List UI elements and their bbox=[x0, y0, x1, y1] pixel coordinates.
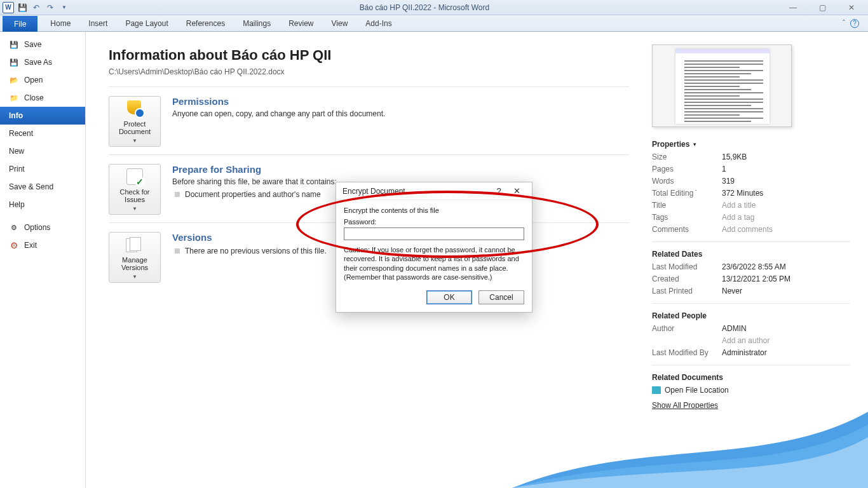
prop-row-edit-time: Total Editing Time372 Minutes bbox=[652, 189, 850, 198]
related-documents-header: Related Documents bbox=[652, 373, 850, 382]
prop-row-created: Created13/12/2021 2:05 PM bbox=[652, 274, 850, 283]
sidebar-item-label: Recent bbox=[9, 129, 33, 138]
quick-access-toolbar: W 💾 ↶ ↷ ▼ bbox=[3, 2, 70, 13]
sidebar-item-label: Close bbox=[24, 93, 44, 102]
show-all-properties-link[interactable]: Show All Properties bbox=[652, 401, 850, 410]
sidebar-item-save-send[interactable]: Save & Send bbox=[0, 178, 85, 196]
bullet-item: Document properties and author's name bbox=[172, 190, 337, 199]
section-body: Permissions Anyone can open, copy, and c… bbox=[172, 96, 385, 147]
sidebar-item-open[interactable]: 📂Open bbox=[0, 71, 85, 89]
minimize-ribbon-icon[interactable]: ˆ bbox=[843, 19, 845, 28]
prop-row-title[interactable]: TitleAdd a title bbox=[652, 201, 850, 210]
redo-icon[interactable]: ↷ bbox=[44, 2, 56, 13]
tab-page-layout[interactable]: Page Layout bbox=[116, 15, 177, 31]
related-people-header: Related People bbox=[652, 311, 850, 320]
document-path: C:\Users\Admin\Desktop\Báo cáo HP QII.20… bbox=[109, 67, 629, 76]
section-body: Versions There are no previous versions … bbox=[172, 232, 327, 283]
sidebar-item-label: Print bbox=[9, 165, 25, 173]
tab-file[interactable]: File bbox=[3, 16, 37, 32]
word-logo-icon: W bbox=[3, 2, 14, 13]
prop-row-last-modified-by: Last Modified ByAdministrator bbox=[652, 348, 850, 357]
undo-icon[interactable]: ↶ bbox=[31, 2, 42, 13]
backstage-sidebar: 💾Save 💾Save As 📂Open 📁Close Info Recent … bbox=[0, 32, 86, 488]
dialog-titlebar: Encrypt Document ? ✕ bbox=[336, 182, 532, 200]
sidebar-item-label: Options bbox=[24, 223, 50, 232]
dialog-caution-text: Caution: If you lose or forget the passw… bbox=[344, 245, 524, 281]
sidebar-item-label: New bbox=[9, 147, 24, 156]
dialog-body: Encrypt the contents of this file Passwo… bbox=[336, 200, 532, 284]
section-desc: Before sharing this file, be aware that … bbox=[172, 177, 337, 186]
prop-row-last-modified: Last Modified23/6/2022 8:55 AM bbox=[652, 262, 850, 271]
close-window-button[interactable]: ✕ bbox=[837, 1, 865, 14]
save-icon[interactable]: 💾 bbox=[17, 2, 28, 13]
encrypt-document-dialog: Encrypt Document ? ✕ Encrypt the content… bbox=[336, 182, 532, 313]
section-desc: Anyone can open, copy, and change any pa… bbox=[172, 109, 385, 118]
sidebar-item-save-as[interactable]: 💾Save As bbox=[0, 53, 85, 71]
protect-document-button[interactable]: Protect Document ▼ bbox=[109, 96, 161, 147]
prop-row-pages: Pages1 bbox=[652, 165, 850, 173]
tab-references[interactable]: References bbox=[177, 15, 234, 31]
open-file-location-link[interactable]: Open File Location bbox=[652, 386, 850, 395]
minimize-button[interactable]: — bbox=[779, 1, 807, 14]
sidebar-item-label: Save & Send bbox=[9, 182, 53, 191]
tab-home[interactable]: Home bbox=[41, 15, 79, 31]
check-for-issues-button[interactable]: Check for Issues ▼ bbox=[109, 164, 161, 215]
bullet-text: There are no previous versions of this f… bbox=[185, 247, 327, 255]
sidebar-item-close[interactable]: 📁Close bbox=[0, 89, 85, 107]
sidebar-item-exit[interactable]: ⮿Exit bbox=[0, 236, 85, 254]
chevron-down-icon: ▼ bbox=[132, 274, 137, 280]
sidebar-item-recent[interactable]: Recent bbox=[0, 125, 85, 142]
tab-addins[interactable]: Add-Ins bbox=[356, 15, 400, 31]
prop-row-comments[interactable]: CommentsAdd comments bbox=[652, 225, 850, 234]
versions-icon bbox=[124, 235, 146, 254]
folder-close-icon: 📁 bbox=[9, 93, 19, 102]
shield-lock-icon bbox=[124, 99, 146, 118]
section-permissions: Protect Document ▼ Permissions Anyone ca… bbox=[109, 96, 629, 147]
qat-dropdown-icon[interactable]: ▼ bbox=[58, 2, 70, 13]
password-label: Password: bbox=[344, 218, 524, 226]
sidebar-item-save[interactable]: 💾Save bbox=[0, 36, 85, 53]
sidebar-item-label: Open bbox=[24, 76, 43, 85]
related-dates-header: Related Dates bbox=[652, 250, 850, 259]
prop-row-words: Words319 bbox=[652, 177, 850, 186]
prop-row-tags[interactable]: TagsAdd a tag bbox=[652, 213, 850, 222]
window-title: Báo cáo HP QII.2022 - Microsoft Word bbox=[70, 3, 779, 12]
button-label: Protect Document bbox=[112, 120, 158, 135]
ok-button[interactable]: OK bbox=[426, 290, 472, 304]
dialog-actions: OK Cancel bbox=[336, 284, 532, 312]
info-heading: Information about Báo cáo HP QII bbox=[109, 47, 629, 64]
sidebar-item-label: Help bbox=[9, 200, 25, 209]
bullet-icon bbox=[175, 192, 180, 197]
prop-row-last-printed: Last PrintedNever bbox=[652, 287, 850, 295]
exit-icon: ⮿ bbox=[9, 241, 19, 250]
divider bbox=[652, 365, 850, 365]
tab-view[interactable]: View bbox=[323, 15, 357, 31]
chevron-down-icon: ▼ bbox=[132, 138, 137, 144]
help-icon[interactable]: ? bbox=[850, 19, 859, 28]
sidebar-item-info[interactable]: Info bbox=[0, 107, 85, 125]
prop-row-size: Size15,9KB bbox=[652, 152, 850, 161]
manage-versions-button[interactable]: Manage Versions ▼ bbox=[109, 232, 161, 283]
dialog-help-icon[interactable]: ? bbox=[490, 186, 508, 196]
button-label: Manage Versions bbox=[112, 256, 158, 271]
tab-mailings[interactable]: Mailings bbox=[234, 15, 280, 31]
dialog-title: Encrypt Document bbox=[342, 187, 405, 196]
prop-row-author: AuthorADMIN bbox=[652, 324, 850, 333]
properties-header[interactable]: Properties▼ bbox=[652, 140, 850, 149]
button-label: Check for Issues bbox=[112, 188, 158, 203]
sidebar-item-new[interactable]: New bbox=[0, 142, 85, 160]
ribbon-right-icons: ˆ ? bbox=[834, 15, 868, 31]
prop-row-add-author[interactable]: Add an author bbox=[652, 336, 850, 345]
password-input[interactable] bbox=[344, 227, 524, 240]
folder-icon bbox=[652, 386, 661, 394]
dialog-close-icon[interactable]: ✕ bbox=[508, 186, 526, 196]
sidebar-item-help[interactable]: Help bbox=[0, 196, 85, 214]
sidebar-item-options[interactable]: ⚙Options bbox=[0, 219, 85, 236]
sidebar-item-print[interactable]: Print bbox=[0, 160, 85, 178]
cancel-button[interactable]: Cancel bbox=[478, 290, 524, 304]
tab-insert[interactable]: Insert bbox=[79, 15, 116, 31]
maximize-button[interactable]: ▢ bbox=[808, 1, 836, 14]
properties-column: Properties▼ Size15,9KB Pages1 Words319 T… bbox=[652, 32, 868, 488]
bullet-text: Document properties and author's name bbox=[185, 190, 321, 199]
tab-review[interactable]: Review bbox=[280, 15, 322, 31]
